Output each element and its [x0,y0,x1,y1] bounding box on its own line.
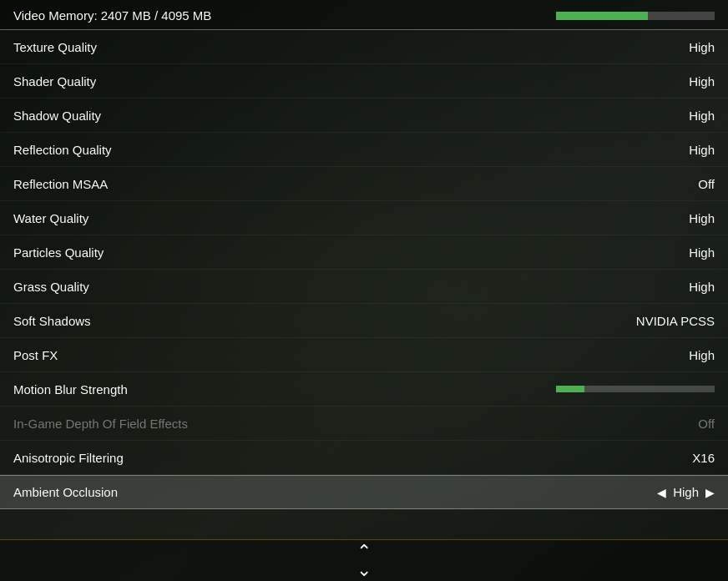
setting-row[interactable]: Shader QualityHigh [0,64,728,99]
main-container: Video Memory: 2407 MB / 4095 MB Texture … [0,0,728,581]
setting-value: High [689,40,715,54]
setting-name: Ambient Occlusion [13,485,118,499]
setting-value: High [689,348,715,362]
up-arrow-icon[interactable]: ⌃ [356,543,372,561]
vram-fill [556,12,648,20]
vram-bar [556,12,715,20]
vram-label: Video Memory: 2407 MB / 4095 MB [13,8,211,23]
setting-name: Texture Quality [13,40,97,54]
setting-row[interactable]: Reflection MSAAOff [0,167,728,201]
setting-row[interactable]: Post FXHigh [0,338,728,372]
down-arrow-icon[interactable]: ⌄ [356,561,372,579]
vram-bar-container [556,12,715,20]
setting-row[interactable]: Grass QualityHigh [0,270,728,304]
slider-track[interactable] [556,386,715,392]
setting-row[interactable]: In-Game Depth Of Field EffectsOff [0,407,728,441]
setting-value: NVIDIA PCSS [636,314,715,328]
setting-row[interactable]: Texture QualityHigh [0,30,728,64]
setting-name: Particles Quality [13,245,104,260]
setting-value: High [689,74,715,88]
footer: ⌃ ⌄ [0,539,728,581]
setting-name: In-Game Depth Of Field Effects [13,417,188,431]
setting-name: Shadow Quality [13,109,101,123]
setting-value: Off [698,417,715,431]
slider-fill [556,386,584,392]
setting-name: Post FX [13,348,58,362]
setting-value: High [689,245,715,260]
nav-arrows[interactable]: ⌃ ⌄ [356,543,372,579]
setting-value-text: High [673,485,699,499]
setting-value: High [689,280,715,294]
setting-name: Water Quality [13,211,88,225]
setting-name: Reflection Quality [13,143,112,157]
setting-row[interactable]: Soft ShadowsNVIDIA PCSS [0,304,728,338]
setting-value: ◀High▶ [657,485,715,499]
setting-row[interactable]: Particles QualityHigh [0,235,728,270]
settings-list: Texture QualityHighShader QualityHighSha… [0,30,728,539]
setting-name: Anisotropic Filtering [13,451,124,465]
setting-row[interactable]: Motion Blur Strength [0,372,728,407]
setting-value: High [689,211,715,225]
setting-value [556,386,715,392]
setting-name: Motion Blur Strength [13,382,128,397]
setting-value: High [689,143,715,157]
right-arrow-icon[interactable]: ▶ [705,486,715,499]
setting-row[interactable]: Reflection QualityHigh [0,133,728,167]
setting-name: Shader Quality [13,74,96,88]
setting-row[interactable]: Ambient Occlusion◀High▶ [0,475,728,509]
setting-value: Off [698,177,715,191]
setting-value: High [689,109,715,123]
setting-name: Reflection MSAA [13,177,108,191]
setting-name: Grass Quality [13,280,89,294]
header: Video Memory: 2407 MB / 4095 MB [0,0,728,30]
setting-value: X16 [692,451,715,465]
setting-row[interactable]: Water QualityHigh [0,201,728,235]
setting-name: Soft Shadows [13,314,91,328]
left-arrow-icon[interactable]: ◀ [657,486,666,499]
setting-row[interactable]: Anisotropic FilteringX16 [0,441,728,475]
setting-row[interactable]: Shadow QualityHigh [0,99,728,133]
